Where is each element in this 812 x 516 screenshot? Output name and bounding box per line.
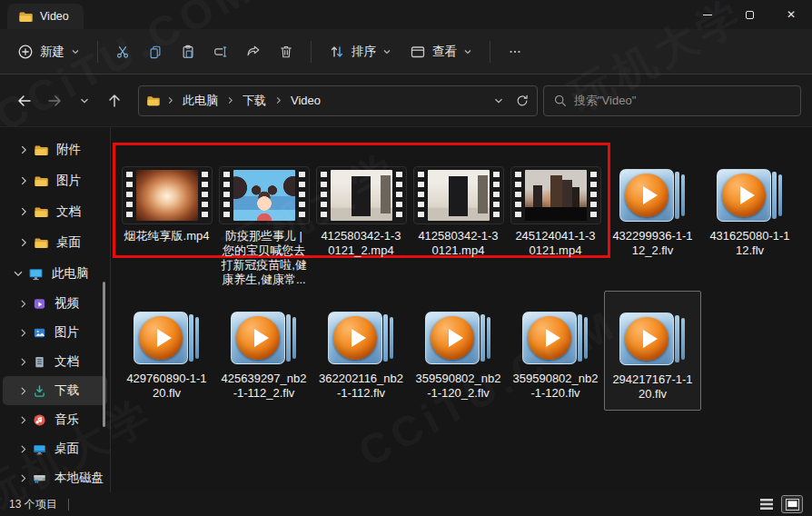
maximize-button[interactable]: [728, 0, 770, 29]
folder-icon: [18, 9, 33, 24]
file-item[interactable]: 245124041-1-3 0121.mp4: [507, 143, 604, 291]
music-icon: [33, 413, 46, 427]
file-item[interactable]: 429760890-1-1 20.flv: [118, 291, 215, 411]
refresh-icon[interactable]: [515, 94, 530, 108]
file-item[interactable]: 412580342-1-3 0121.mp4: [410, 143, 507, 291]
more-options-button[interactable]: [500, 37, 530, 66]
copy-button[interactable]: [140, 37, 171, 66]
file-name: 431625080-1-1 12.flv: [709, 229, 789, 258]
sidebar-item-label: 此电脑: [52, 265, 89, 282]
sidebar-item-attachments[interactable]: 附件: [3, 134, 107, 165]
chevron-right-icon[interactable]: [17, 205, 30, 218]
details-view-button[interactable]: [756, 495, 777, 513]
thumbnail-view-button[interactable]: [781, 495, 803, 513]
chevron-down-icon: [382, 47, 391, 56]
chevron-right-icon[interactable]: [17, 327, 29, 339]
chevron-right-icon[interactable]: [17, 144, 30, 156]
thumbnail-view-icon: [786, 499, 799, 511]
rename-icon: [213, 44, 228, 60]
address-dropdown-icon[interactable]: [493, 95, 504, 106]
search-box[interactable]: [543, 85, 801, 116]
close-icon: ✕: [787, 9, 796, 20]
sidebar-item-pictures[interactable]: 图片: [3, 318, 107, 347]
chevron-down-icon: [79, 95, 90, 106]
new-button-label: 新建: [40, 44, 64, 60]
sort-button[interactable]: 排序: [321, 37, 400, 66]
explorer-tab[interactable]: Video: [7, 4, 84, 29]
chevron-right-icon[interactable]: [17, 385, 29, 397]
chevron-right-icon[interactable]: [17, 298, 29, 310]
sidebar-scrollbar[interactable]: [103, 282, 105, 427]
breadcrumb-video[interactable]: Video: [289, 92, 322, 109]
delete-button[interactable]: [271, 37, 302, 66]
file-name: 412580342-1-3 0121.mp4: [418, 229, 498, 258]
file-name: 防疫那些事儿 | 您的宝贝喊您去 打新冠疫苗啦,健 康养生,健康常...: [221, 229, 307, 287]
media-player-icon: [717, 166, 784, 224]
sidebar-item-desktop[interactable]: 桌面: [3, 434, 107, 463]
forward-button[interactable]: [41, 87, 68, 114]
chevron-down-icon[interactable]: [12, 267, 25, 280]
sidebar-item-label: 本地磁盘: [54, 470, 104, 486]
file-item[interactable]: 362202116_nb2 -1-112.flv: [312, 291, 410, 411]
paste-button[interactable]: [173, 37, 203, 66]
sidebar-item-this-pc[interactable]: 此电脑: [3, 258, 107, 289]
minimize-button[interactable]: [687, 0, 728, 29]
toolbar-divider: [311, 41, 312, 63]
file-item[interactable]: 432299936-1-1 12_2.flv: [604, 143, 701, 291]
file-item[interactable]: 359590802_nb2 -1-120.flv: [507, 291, 604, 411]
toolbar-divider: [97, 41, 98, 63]
new-button[interactable]: 新建: [9, 37, 88, 66]
window-controls: ✕: [687, 0, 812, 29]
file-explorer-window: CCiTU.COM 玩机大学 玩机大学 CCiTU.COM 玩机大学 Video…: [0, 0, 812, 516]
main-area: 附件 图片 文档 桌面: [0, 127, 812, 492]
search-icon: [553, 94, 567, 107]
breadcrumb-separator-icon: [274, 96, 282, 104]
sidebar-item-documents[interactable]: 文档: [3, 347, 107, 376]
toolbar-divider: [490, 41, 490, 63]
chevron-right-icon[interactable]: [17, 414, 29, 426]
sidebar-item-label: 视频: [54, 295, 79, 312]
back-button[interactable]: [11, 87, 38, 114]
chevron-right-icon[interactable]: [17, 443, 29, 455]
sidebar-item-local-disk[interactable]: 本地磁盘: [3, 463, 107, 492]
fireworks-video-thumbnail: [122, 166, 213, 224]
file-item[interactable]: 359590802_nb2 -1-120_2.flv: [410, 291, 507, 411]
sidebar-item-documents-pinned[interactable]: 文档: [3, 196, 107, 227]
close-button[interactable]: ✕: [770, 0, 812, 29]
minimize-icon: [703, 15, 712, 15]
file-name: 362202116_nb2 -1-112.flv: [319, 372, 403, 401]
sidebar-item-pictures-pinned[interactable]: 图片: [3, 165, 107, 196]
sidebar-item-desktop-pinned[interactable]: 桌面: [3, 227, 107, 258]
local-disk-icon: [33, 471, 46, 485]
up-button[interactable]: [101, 87, 128, 114]
sidebar-item-music[interactable]: 音乐: [3, 405, 107, 434]
file-item[interactable]: 防疫那些事儿 | 您的宝贝喊您去 打新冠疫苗啦,健 康养生,健康常...: [215, 143, 312, 291]
room-video-thumbnail: [413, 166, 504, 224]
address-bar[interactable]: 此电脑 下载 Video: [138, 85, 538, 116]
file-item-selected[interactable]: 294217167-1-1 20.flv: [604, 291, 701, 411]
chevron-right-icon[interactable]: [17, 472, 29, 484]
chevron-right-icon[interactable]: [17, 236, 30, 249]
file-item[interactable]: 431625080-1-1 12.flv: [701, 143, 798, 291]
sidebar-item-label: 桌面: [56, 234, 81, 251]
breadcrumb-downloads[interactable]: 下载: [241, 91, 268, 111]
cut-button[interactable]: [107, 37, 138, 66]
sidebar-item-videos[interactable]: 视频: [3, 289, 107, 318]
file-item[interactable]: 425639297_nb2 -1-112_2.flv: [215, 291, 312, 411]
city-video-thumbnail: [510, 166, 601, 224]
sidebar-item-label: 音乐: [54, 412, 79, 428]
breadcrumb-this-pc[interactable]: 此电脑: [181, 91, 220, 111]
pictures-icon: [33, 326, 46, 340]
share-button[interactable]: [238, 37, 269, 66]
sidebar-item-downloads[interactable]: 下载: [3, 376, 107, 405]
search-input[interactable]: [574, 94, 791, 107]
sidebar-item-label: 下载: [54, 382, 79, 399]
chevron-right-icon[interactable]: [17, 174, 30, 187]
sidebar-item-label: 文档: [56, 203, 81, 220]
recent-locations-button[interactable]: [71, 87, 98, 114]
rename-button[interactable]: [205, 37, 236, 66]
chevron-right-icon[interactable]: [17, 356, 29, 368]
file-item[interactable]: 烟花纯享版.mp4: [118, 143, 215, 291]
file-item[interactable]: 412580342-1-3 0121_2.mp4: [312, 143, 410, 291]
view-button[interactable]: 查看: [401, 37, 480, 66]
